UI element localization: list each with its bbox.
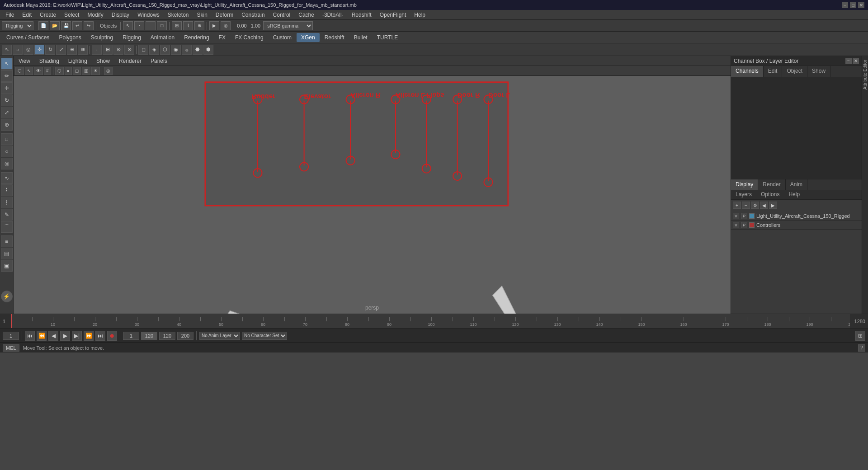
vp-light-btn[interactable]: ☀ [91,67,100,75]
module-curves-surfaces[interactable]: Curves / Surfaces [2,33,54,42]
start-frame-input[interactable] [123,332,139,340]
open-scene-button[interactable]: 📂 [50,21,60,30]
menu-item-constrain[interactable]: Constrain [238,11,268,19]
pivot-button[interactable]: ⊙ [124,45,134,55]
menu-item-cache[interactable]: Cache [295,11,318,19]
vp-texture-btn[interactable]: ▥ [82,67,90,75]
char-set-icon-btn[interactable]: ⊞ [855,331,865,341]
menu-item-deform[interactable]: Deform [212,11,237,19]
shading-menu[interactable]: Shading [37,57,61,65]
bezier-btn[interactable]: ⟆ [1,197,13,208]
object-tab[interactable]: Object [782,66,807,77]
menu-item-skeleton[interactable]: Skeleton [164,11,193,19]
vp-grid-btn[interactable]: # [44,67,51,75]
mode-dropdown[interactable]: Rigging [2,21,33,30]
vp-smooth-btn[interactable]: ● [65,67,72,75]
minimize-button[interactable]: − [842,2,848,8]
scale-tool-button[interactable]: ⤢ [56,45,66,55]
display-tab[interactable]: Display [731,179,758,190]
lighting-menu[interactable]: Lighting [66,57,90,65]
render-layer-btn[interactable]: ▤ [1,248,13,259]
close-button[interactable]: ✕ [858,2,864,8]
ipr-button[interactable]: ◎ [221,21,231,30]
select-tool-button[interactable]: ↖ [2,45,12,55]
arc-btn[interactable]: ⌒ [1,221,13,233]
menu-item-windows[interactable]: Windows [134,11,163,19]
module-fx-caching[interactable]: FX Caching [231,33,268,42]
menu-item-help[interactable]: Help [410,11,429,19]
new-scene-button[interactable]: 📄 [38,21,48,30]
subd-button[interactable]: ⬢ [203,45,213,55]
menu-item-display[interactable]: Display [108,11,133,19]
move-tool-button[interactable]: ✛ [34,45,44,55]
layer-p-btn-controllers[interactable]: P [741,222,747,228]
move-left-btn[interactable]: ✛ [1,82,13,94]
new-layer-btn[interactable]: + [733,202,741,209]
module-custom[interactable]: Custom [269,33,296,42]
module-fx[interactable]: FX [214,33,230,42]
vp-wireframe-btn[interactable]: ⬡ [55,67,64,75]
wireframe-button[interactable]: ⬡ [160,45,170,55]
layer-row-cessna[interactable]: V P Light_Utility_Aircraft_Cessna_150_Ri… [731,212,862,221]
module-rendering[interactable]: Rendering [179,33,213,42]
step-back-btn[interactable]: ◀ [48,331,58,341]
anim-layer-dropdown[interactable]: No Anim Layer [199,332,240,340]
vp-hide-btn[interactable]: 👁 [34,67,43,75]
vp-flat-btn[interactable]: ◻ [73,67,81,75]
snap-curve-button[interactable]: ⌇ [183,21,193,30]
layer-row-controllers[interactable]: V P Controllers [731,221,862,230]
go-end-btn[interactable]: ⏭ [95,331,105,341]
poly-button[interactable]: ⬣ [193,45,203,55]
select-mode-left-btn[interactable]: ↖ [1,58,13,70]
show-manip-btn[interactable]: ⊕ [1,119,13,131]
maximize-button[interactable]: □ [850,2,856,8]
module-xgen[interactable]: XGen [297,33,320,42]
component-button[interactable]: · [92,45,102,55]
viewport-canvas[interactable]: Rudder Elevator Aileron R Aileron L [14,76,731,314]
undo-button[interactable]: ↩ [72,21,82,30]
show-hide-button[interactable]: ◻ [138,45,148,55]
help-line-btn[interactable]: ? [858,344,865,352]
snap-grid-button[interactable]: ⊞ [172,21,182,30]
go-start-btn[interactable]: ⏮ [25,331,35,341]
module-redshift[interactable]: Redshift [320,33,349,42]
prev-key-btn[interactable]: ⏪ [37,331,47,341]
timeline-ruler[interactable]: 1020304050607080901001101201301401501601… [11,314,850,328]
menu-item-edit[interactable]: Edit [19,11,35,19]
step-fwd-btn[interactable]: ▶| [72,331,82,341]
layer-forward-btn[interactable]: ▶ [769,202,777,209]
rpanel-close-btn[interactable]: ✕ [853,58,859,64]
end-frame-input[interactable] [141,332,157,340]
select-mode-button[interactable]: ↖ [123,21,133,30]
next-key-btn[interactable]: ⏩ [84,331,94,341]
module-animation[interactable]: Animation [146,33,179,42]
edge-mode-button[interactable]: — [146,21,156,30]
timeline[interactable]: 1 10203040506070809010011012013014015016… [0,314,868,328]
panels-menu[interactable]: Panels [148,57,170,65]
scale-left-btn[interactable]: ⤢ [1,107,13,118]
view-menu[interactable]: View [16,57,33,65]
smooth-button[interactable]: ◉ [171,45,181,55]
layer-v-btn-controllers[interactable]: V [733,222,739,228]
marquee-btn[interactable]: □ [1,133,13,145]
layer-back-btn[interactable]: ◀ [760,202,768,209]
render-tab[interactable]: Render [758,179,785,190]
channels-tab[interactable]: Channels [731,66,764,77]
module-sculpting[interactable]: Sculpting [86,33,118,42]
menu-item-control[interactable]: Control [269,11,294,19]
layer-v-btn-cessna[interactable]: V [733,213,739,219]
vp-camera-btn[interactable]: ⬡ [15,67,24,75]
rotate-tool-button[interactable]: ↻ [45,45,55,55]
redo-button[interactable]: ↪ [84,21,94,30]
show-menu[interactable]: Show [94,57,112,65]
delete-layer-btn[interactable]: − [742,202,750,209]
total-end-input[interactable] [177,332,193,340]
save-scene-button[interactable]: 💾 [61,21,71,30]
paint-select-button[interactable]: ◎ [24,45,33,55]
menu-item-redshift[interactable]: Redshift [348,11,375,19]
vp-xray-btn[interactable]: ◎ [104,67,113,75]
help-subtab[interactable]: Help [784,190,804,199]
curve-cv-btn[interactable]: ∿ [1,172,13,184]
menu-item--3dtoall-[interactable]: -3DtoAll- [319,11,347,19]
character-set-dropdown[interactable]: No Character Set [242,332,287,340]
